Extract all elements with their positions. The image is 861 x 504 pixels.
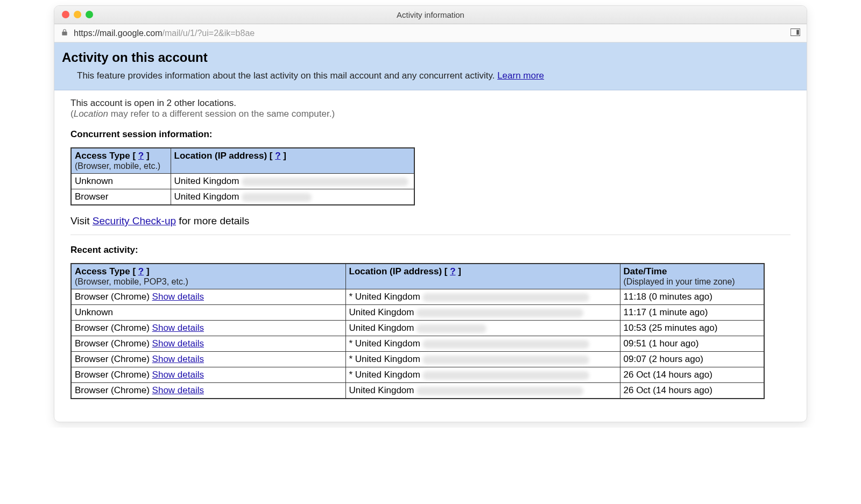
datetime-value: 11:17 (1 minute ago) [624, 307, 708, 317]
window-titlebar: Activity information [54, 6, 807, 24]
location-value: United Kingdom [174, 176, 239, 186]
ip-redacted [417, 309, 583, 317]
window-title: Activity information [397, 10, 464, 19]
col-location: Location (IP address) [ ? ] [171, 148, 414, 174]
location-value: United Kingdom [349, 323, 414, 333]
ip-redacted [417, 324, 486, 333]
show-details-link[interactable]: Show details [152, 292, 204, 302]
recent-activity-heading: Recent activity: [70, 245, 791, 255]
access-type-value: Unknown [75, 307, 113, 317]
datetime-value: 10:53 (25 minutes ago) [624, 323, 718, 333]
datetime-value: 09:07 (2 hours ago) [624, 354, 703, 364]
location-value: United Kingdom [349, 385, 414, 395]
section-divider [70, 235, 791, 235]
ip-redacted [242, 178, 408, 186]
recent-activity-table: Access Type [ ? ] (Browser, mobile, POP3… [70, 263, 765, 399]
location-value: * United Kingdom [349, 370, 420, 380]
table-row: Browser (Chrome) Show details* United Ki… [71, 336, 764, 352]
table-row: Browser (Chrome) Show details* United Ki… [71, 289, 764, 305]
access-type-value: Browser (Chrome) [75, 385, 152, 395]
show-details-link[interactable]: Show details [152, 323, 204, 333]
show-details-link[interactable]: Show details [152, 385, 204, 395]
table-row: UnknownUnited Kingdom [71, 174, 414, 189]
location-value: * United Kingdom [349, 292, 420, 302]
access-type-value: Browser (Chrome) [75, 354, 152, 364]
open-locations-text: This account is open in 2 other location… [70, 98, 791, 119]
access-type-value: Browser (Chrome) [75, 292, 152, 302]
ip-redacted [422, 371, 589, 380]
url-text: https://mail.google.com/mail/u/1/?ui=2&i… [74, 29, 255, 38]
access-type-help-link[interactable]: ? [138, 151, 144, 161]
col-access-type: Access Type [ ? ] (Browser, mobile, POP3… [71, 264, 345, 289]
table-row: Browser (Chrome) Show detailsUnited King… [71, 321, 764, 336]
svg-rect-1 [796, 30, 799, 34]
minimize-window-button[interactable] [74, 11, 81, 18]
ip-redacted [422, 356, 589, 364]
security-checkup-line: Visit Security Check-up for more details [70, 215, 791, 227]
table-row: Browser (Chrome) Show details* United Ki… [71, 352, 764, 367]
location-value: United Kingdom [174, 191, 239, 202]
address-bar[interactable]: https://mail.google.com/mail/u/1/?ui=2&i… [54, 24, 807, 42]
page-subtitle: This feature provides information about … [77, 70, 799, 81]
datetime-value: 26 Oct (14 hours ago) [624, 370, 712, 380]
col-access-type: Access Type [ ? ] (Browser, mobile, etc.… [71, 148, 171, 174]
show-details-link[interactable]: Show details [152, 370, 204, 380]
access-type-value: Browser [75, 191, 108, 202]
concurrent-session-heading: Concurrent session information: [70, 129, 791, 140]
datetime-value: 26 Oct (14 hours ago) [624, 385, 712, 395]
table-row: UnknownUnited Kingdom 11:17 (1 minute ag… [71, 305, 764, 321]
location-value: United Kingdom [349, 307, 414, 317]
page-header: Activity on this account This feature pr… [54, 42, 807, 90]
access-type-value: Browser (Chrome) [75, 338, 152, 349]
datetime-value: 09:51 (1 hour ago) [624, 338, 699, 349]
access-type-value: Browser (Chrome) [75, 323, 152, 333]
access-type-value: Unknown [75, 176, 113, 186]
show-details-link[interactable]: Show details [152, 354, 204, 364]
table-row: Browser (Chrome) Show details* United Ki… [71, 367, 764, 383]
maximize-window-button[interactable] [86, 11, 93, 18]
close-window-button[interactable] [62, 11, 69, 18]
security-checkup-link[interactable]: Security Check-up [93, 215, 176, 226]
learn-more-link[interactable]: Learn more [497, 70, 544, 81]
location-value: * United Kingdom [349, 354, 420, 364]
access-type-value: Browser (Chrome) [75, 370, 152, 380]
col-location: Location (IP address) [ ? ] [345, 264, 620, 289]
concurrent-sessions-table: Access Type [ ? ] (Browser, mobile, etc.… [70, 147, 415, 205]
access-type-help-link[interactable]: ? [138, 266, 144, 276]
browser-window: Activity information https://mail.google… [54, 5, 807, 422]
lock-icon [61, 29, 68, 38]
ip-redacted [242, 193, 312, 202]
col-datetime: Date/Time (Displayed in your time zone) [620, 264, 764, 289]
ip-redacted [422, 293, 589, 302]
show-details-link[interactable]: Show details [152, 338, 204, 349]
table-row: BrowserUnited Kingdom [71, 189, 414, 205]
location-help-link[interactable]: ? [275, 151, 280, 161]
ip-redacted [422, 340, 589, 349]
table-row: Browser (Chrome) Show detailsUnited King… [71, 383, 764, 399]
page-title: Activity on this account [62, 50, 799, 65]
reader-view-icon[interactable] [791, 29, 800, 38]
ip-redacted [417, 387, 583, 395]
datetime-value: 11:18 (0 minutes ago) [624, 292, 712, 302]
location-value: * United Kingdom [349, 338, 420, 349]
location-help-link[interactable]: ? [450, 266, 455, 276]
